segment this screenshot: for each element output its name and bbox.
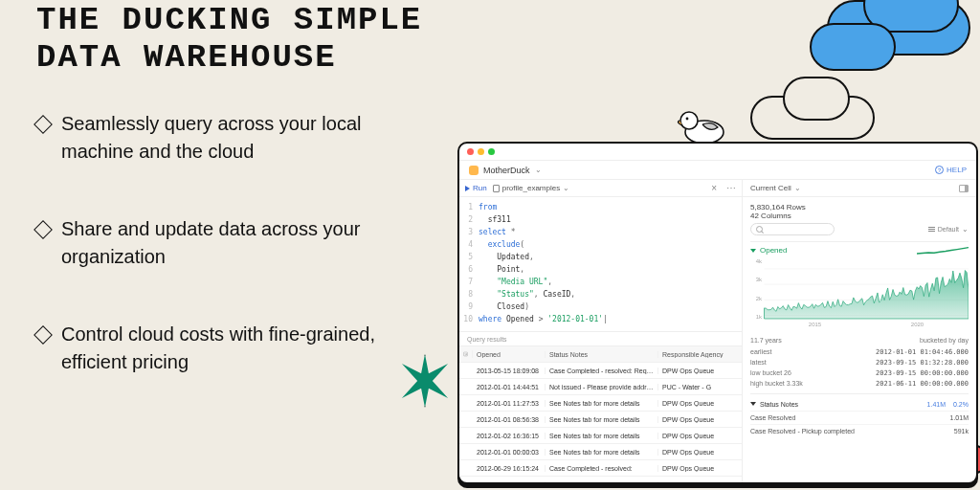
editor-and-results-pane: Run profile_examples ⌄ × ⋯ 1from2 sf3113… [459,180,743,482]
sparkline-icon [917,246,969,256]
tab-menu-button[interactable]: ⋯ [726,183,736,193]
stat-label: latest [750,359,859,367]
line-number: 1 [459,201,479,213]
line-code: select * [479,226,516,238]
sql-editor[interactable]: 1from2 sf3113select *4 exclude(5 Updated… [459,197,742,331]
table-row[interactable]: 2012-01-02 16:36:15See Notes tab for mor… [459,428,742,444]
cell-status: See Notes tab for more details [546,400,658,407]
help-button[interactable]: ? HELP [935,166,967,174]
file-icon [493,185,500,192]
line-code: sf311 [479,213,511,226]
stat-label: low bucket 26 [750,369,859,377]
table-row[interactable]: 2013-05-15 18:09:08Case Completed - reso… [459,363,742,379]
line-code: "Status", CaseID, [479,288,575,301]
maximize-window-button[interactable] [488,148,495,155]
col-header-status[interactable]: Status Notes [546,351,658,358]
inspector-title[interactable]: Current Cell ⌄ [750,184,801,192]
diamond-icon [33,220,53,239]
table-header-row: Opened Status Notes Responsible Agency [459,345,742,363]
svg-point-2 [686,118,689,121]
line-code: Point, [479,263,524,276]
cell-opened: 2012-01-01 11:27:53 [473,400,546,407]
line-number: 4 [459,238,479,251]
cell-agency: DPW Ops Queue [658,368,742,374]
close-window-button[interactable] [467,148,474,155]
opened-column-section[interactable]: Opened [750,241,969,256]
chevron-down-icon: ⌄ [794,184,801,192]
run-query-button[interactable]: Run [465,184,487,192]
chevron-down-icon[interactable]: ⌄ [535,166,542,174]
table-row[interactable]: 2012-01-01 08:56:38See Notes tab for mor… [459,412,742,428]
editor-line[interactable]: 9 Closed) [459,301,742,313]
workspace-name[interactable]: MotherDuck [483,166,530,175]
opened-column-label: Opened [760,246,787,255]
table-row[interactable]: 2012-01-01 00:00:03See Notes tab for mor… [459,444,742,460]
inspector-meta: 5,830,164 Rows 42 Columns [743,197,976,223]
line-code: exclude( [479,238,524,251]
search-icon [756,226,763,233]
cell-status: Not issued - Please provide addr… [546,384,658,390]
cell-opened: 2013-05-15 18:09:08 [473,368,546,374]
editor-line[interactable]: 5 Updated, [459,251,742,263]
stat-value: 2012-01-01 01:04:46.000 [859,348,969,356]
editor-line[interactable]: 10where Opened > '2012-01-01'| [459,313,742,325]
caret-down-icon [750,249,756,253]
expand-row-icon [459,350,473,358]
panel-layout-icon[interactable] [959,185,969,192]
editor-line[interactable]: 2 sf311 [459,213,742,226]
chevron-down-icon: ⌄ [563,184,569,192]
column-count: 42 Columns [750,212,969,220]
sort-mode-label: Default [938,226,959,233]
line-number: 8 [459,288,479,301]
table-row[interactable]: 2012-01-16 22:18:45Case Completed - reso… [459,477,742,482]
editor-line[interactable]: 3select * [459,226,742,238]
line-number: 7 [459,276,479,288]
col-header-opened[interactable]: Opened [473,351,546,358]
col-header-agency[interactable]: Responsible Agency [658,351,742,358]
column-search-input[interactable] [750,223,835,235]
file-tab-label: profile_examples [502,184,560,192]
cell-agency: DPW Ops Queue [658,481,742,483]
status-notes-section[interactable]: Status Notes 1.41M 0.2% Case Resolved 1.… [750,393,969,437]
cell-agency: PUC - Water - G [658,384,742,390]
cloud-decoration [810,0,980,88]
duck-mascot-icon [674,103,731,145]
status-notes-row: Case Resolved 1.01M [750,411,969,424]
line-number: 6 [459,263,479,276]
editor-line[interactable]: 1from [459,201,742,213]
status-notes-total: 1.41M [927,401,946,408]
editor-line[interactable]: 6 Point, [459,263,742,276]
headline-line-1: THE DUCKING SIMPLE [36,2,422,38]
cell-status: Case Completed - resolved: [546,481,658,483]
stat-value: 2023-09-15 01:32:28.000 [859,359,969,367]
help-label: HELP [947,166,967,174]
editor-line[interactable]: 7 "Media URL", [459,276,742,288]
close-tab-button[interactable]: × [707,183,721,193]
cell-opened: 2012-06-29 16:15:24 [473,465,546,472]
editor-tab-strip: Run profile_examples ⌄ × ⋯ [459,180,742,197]
play-icon [465,186,470,191]
line-code: Updated, [479,251,534,263]
file-tab[interactable]: profile_examples ⌄ [493,184,569,192]
minimize-window-button[interactable] [478,148,484,155]
chevron-down-icon: ⌄ [962,225,969,234]
line-code: Closed) [479,301,529,313]
status-notes-row-label: Case Resolved - Pickup completed [750,428,855,434]
help-icon: ? [935,166,944,174]
status-notes-pct: 0.2% [953,401,969,408]
stat-label: earliest [750,348,859,356]
sort-icon [928,227,935,232]
bullet-text: Control cloud costs with fine-grained, e… [61,321,410,376]
table-row[interactable]: 2012-01-01 14:44:51Not issued - Please p… [459,379,742,395]
opened-histogram-chart[interactable]: 4k 3k 2k 1k [750,258,969,331]
editor-line[interactable]: 4 exclude( [459,238,742,251]
editor-line[interactable]: 8 "Status", CaseID, [459,288,742,301]
page-headline: THE DUCKING SIMPLE DATA WAREHOUSE [36,2,422,77]
table-row[interactable]: 2012-01-01 11:27:53See Notes tab for mor… [459,395,742,412]
cell-agency: DPW Ops Queue [658,400,742,407]
bullet-item: Seamlessly query across your local machi… [36,110,410,166]
line-code: "Media URL", [479,276,552,288]
sort-mode-dropdown[interactable]: Default ⌄ [928,225,969,234]
line-number: 2 [459,213,479,226]
table-row[interactable]: 2012-06-29 16:15:24Case Completed - reso… [459,460,742,477]
